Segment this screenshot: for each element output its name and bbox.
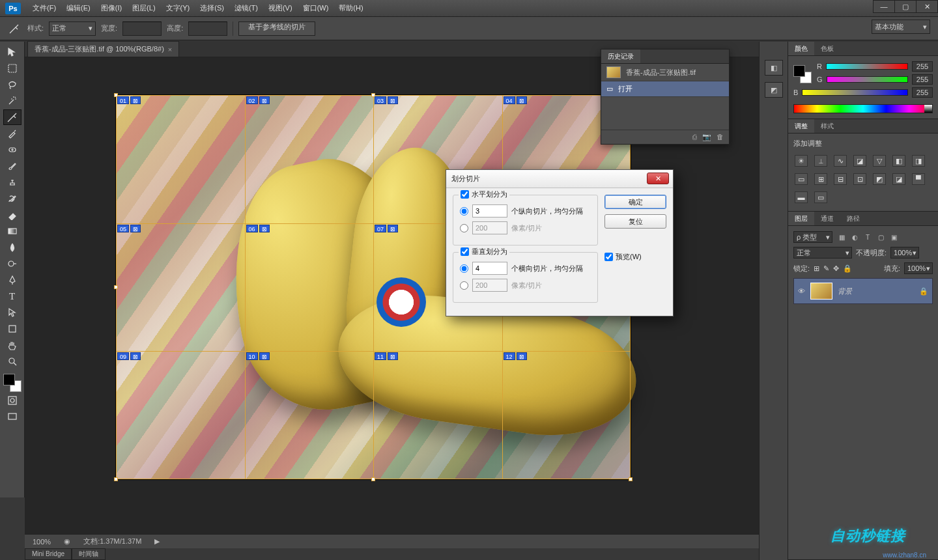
slice-badge[interactable]: 03⊠	[375, 96, 398, 104]
posterize-icon[interactable]: ◩	[873, 173, 886, 185]
history-panel[interactable]: 历史记录 香蕉-成品-三张贴图.tif ▭ 打开 ⎙ 📷 🗑	[601, 49, 730, 145]
trash-icon[interactable]: 🗑	[717, 133, 724, 141]
dock-icon-2[interactable]: ◩	[765, 82, 783, 98]
v-count-input[interactable]	[472, 262, 507, 275]
history-brush-tool[interactable]	[3, 191, 21, 206]
slice-from-guides-button[interactable]: 基于参考线的切片	[238, 21, 315, 36]
snapshot-icon[interactable]: 📷	[702, 133, 711, 141]
lock-pos-icon[interactable]: ✥	[833, 264, 839, 273]
window-maximize[interactable]: ▢	[894, 0, 917, 13]
preview-check[interactable]	[604, 253, 613, 261]
menu-layer[interactable]: 图层(L)	[127, 3, 160, 13]
eyedropper-tool[interactable]	[3, 126, 21, 141]
window-close[interactable]: ✕	[916, 0, 938, 13]
filter-smart-icon[interactable]: ▣	[888, 232, 899, 242]
hand-tool[interactable]	[3, 337, 21, 353]
invert-icon[interactable]: ⊡	[853, 173, 866, 185]
document-tab-close[interactable]: ×	[168, 46, 172, 53]
slice-badge[interactable]: 12⊠	[504, 352, 527, 360]
selective-color-icon[interactable]: ▬	[795, 191, 808, 203]
lasso-tool[interactable]	[3, 77, 21, 92]
curves-icon[interactable]: ∿	[834, 155, 847, 167]
slice-width-input[interactable]	[122, 21, 162, 36]
reset-button[interactable]: 复位	[604, 214, 666, 229]
status-gear-icon[interactable]: ◉	[64, 537, 70, 546]
opacity-value[interactable]: 100%	[890, 247, 919, 259]
filter-shape-icon[interactable]: ▢	[875, 232, 886, 242]
type-tool[interactable]: T	[3, 288, 21, 304]
slice-tool-icon[interactable]	[7, 21, 22, 36]
v-count-radio[interactable]	[460, 264, 468, 273]
g-value[interactable]: 255	[912, 74, 933, 85]
quick-mask-toggle[interactable]	[3, 393, 21, 408]
window-minimize[interactable]: —	[873, 0, 895, 13]
history-state-open[interactable]: ▭ 打开	[601, 81, 729, 97]
layer-filter-type[interactable]: ρ 类型	[793, 231, 832, 243]
photo-filter-icon[interactable]: ▭	[795, 173, 808, 185]
h-count-radio[interactable]	[460, 207, 468, 216]
gradient-tool[interactable]	[3, 223, 21, 239]
zoom-tool[interactable]	[3, 354, 21, 369]
slice-badge[interactable]: 11⊠	[375, 352, 398, 360]
lock-paint-icon[interactable]: ✎	[823, 264, 829, 273]
b-slider[interactable]	[802, 89, 908, 96]
r-slider[interactable]	[826, 63, 908, 70]
horizontal-enable-check[interactable]	[461, 190, 469, 199]
r-value[interactable]: 255	[912, 61, 933, 72]
workspace-switcher[interactable]: 基本功能	[872, 20, 930, 34]
clone-stamp-tool[interactable]	[3, 175, 21, 190]
menu-file[interactable]: 文件(F)	[27, 3, 61, 13]
dodge-tool[interactable]	[3, 256, 21, 272]
panel-color-swatch[interactable]	[793, 65, 812, 83]
eraser-tool[interactable]	[3, 207, 21, 223]
g-slider[interactable]	[827, 76, 908, 83]
swatches-tab[interactable]: 色板	[814, 42, 840, 55]
blur-tool[interactable]	[3, 240, 21, 255]
slice-badge[interactable]: 06⊠	[246, 225, 270, 232]
b-value[interactable]: 255	[912, 87, 933, 98]
healing-brush-tool[interactable]	[3, 142, 21, 158]
magic-wand-tool[interactable]	[3, 93, 21, 109]
history-tab[interactable]: 历史记录	[601, 49, 640, 63]
slice-badge[interactable]: 01⊠	[117, 96, 141, 104]
slice-height-input[interactable]	[188, 21, 227, 36]
gradient-map-icon[interactable]: ▀	[912, 173, 925, 185]
move-tool[interactable]	[3, 44, 21, 60]
color-tab[interactable]: 颜色	[788, 42, 814, 55]
minibridge-tab[interactable]: Mini Bridge	[25, 548, 72, 560]
shape-tool[interactable]	[3, 321, 21, 337]
channels-tab[interactable]: 通道	[814, 212, 840, 225]
document-tab[interactable]: 香蕉-成品-三张贴图.tif @ 100%(RGB/8#) ×	[27, 41, 179, 57]
blend-mode-select[interactable]: 正常	[793, 247, 852, 259]
slice-tool[interactable]	[3, 109, 21, 125]
adjustments-tab[interactable]: 调整	[788, 119, 814, 133]
history-snapshot[interactable]: 香蕉-成品-三张贴图.tif	[601, 64, 729, 81]
slice-style-select[interactable]: 正常	[49, 21, 96, 36]
v-px-radio[interactable]	[460, 281, 468, 290]
marquee-tool[interactable]	[3, 61, 21, 76]
more-icon[interactable]: ▭	[814, 191, 827, 203]
slice-badge[interactable]: 02⊠	[246, 96, 270, 104]
brush-tool[interactable]	[3, 158, 21, 174]
ok-button[interactable]: 确定	[604, 195, 666, 209]
menu-select[interactable]: 选择(S)	[195, 3, 229, 13]
slice-badge[interactable]: 05⊠	[117, 225, 141, 232]
zoom-level[interactable]: 100%	[33, 538, 51, 546]
dock-icon-1[interactable]: ◧	[765, 60, 783, 76]
exposure-icon[interactable]: ◪	[853, 155, 866, 167]
vertical-enable-check[interactable]	[461, 247, 469, 256]
dialog-close-button[interactable]: ✕	[647, 173, 669, 184]
h-px-radio[interactable]	[460, 224, 468, 232]
filter-type-icon[interactable]: T	[862, 232, 873, 242]
filter-pixel-icon[interactable]: ▦	[836, 232, 847, 242]
timeline-tab[interactable]: 时间轴	[72, 548, 106, 560]
menu-image[interactable]: 图像(I)	[96, 3, 127, 13]
slice-badge[interactable]: 07⊠	[375, 225, 398, 232]
color-lookup-icon[interactable]: ⊟	[834, 173, 847, 185]
spectrum-ramp[interactable]	[793, 104, 933, 113]
channel-mixer-icon[interactable]: ⊞	[814, 173, 827, 185]
color-swatches[interactable]	[3, 374, 21, 392]
menu-filter[interactable]: 滤镜(T)	[229, 3, 263, 13]
visibility-icon[interactable]: 👁	[798, 287, 805, 295]
status-arrow-icon[interactable]: ▶	[154, 537, 160, 546]
